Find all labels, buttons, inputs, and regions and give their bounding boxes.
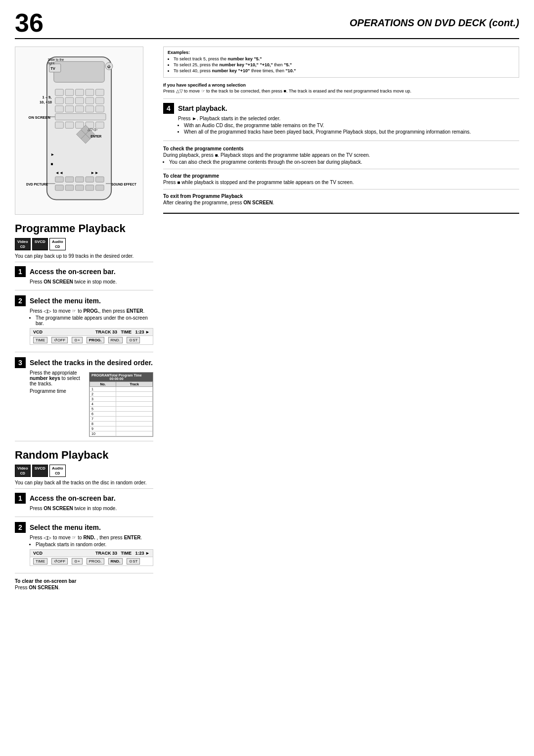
wrong-selection-title: If you have specified a wrong selection (163, 83, 519, 88)
prog-step-1-num: 1 (15, 266, 26, 277)
svg-rect-15 (55, 97, 64, 104)
prog-step-3-body: PROGRAM Total Program Time 00:00:00 No. … (15, 370, 153, 437)
prog-step-2-header: 2 Select the menu item. (15, 295, 153, 306)
rand-step-2-body: Press ◁▷ to move ☞ to RND. , then press … (15, 535, 153, 547)
programme-data-table: No. Track 1 2 3 4 5 6 7 (89, 381, 153, 436)
step-4-title: Start playback. (178, 104, 227, 112)
rand-badge-video-cd: Video CD (15, 465, 31, 477)
step-4-bullets: With an Audio CD disc, the programme tab… (178, 123, 519, 135)
svg-rect-23 (86, 106, 94, 112)
examples-title: Examples: (168, 50, 515, 55)
examples-list: To select track 5, press the number key … (168, 56, 515, 73)
badge-svcd: SVCD (32, 238, 48, 250)
rand-st-btn[interactable]: ⊙ST (127, 558, 140, 565)
time-btn[interactable]: TIME (33, 337, 47, 343)
rand-badge-svcd: SVCD (32, 465, 48, 477)
rand-step-2-header: 2 Select the menu item. (15, 522, 153, 533)
table-row: 7 (90, 416, 153, 421)
clear-programme: To clear the programme Press ■ while pla… (163, 173, 519, 185)
list-item: You can also check the programme content… (169, 159, 519, 165)
svg-rect-54 (65, 185, 74, 190)
page-number: 36 (15, 10, 44, 36)
prog-step-2-title: Select the menu item. (30, 297, 101, 305)
examples-box: Examples: To select track 5, press the n… (163, 47, 519, 78)
random-desc: You can play back all the tracks on the … (15, 480, 153, 489)
programme-badges: Video CD SVCD Audio CD (15, 238, 153, 250)
example-item: To select 40, press number key "+10" thr… (174, 68, 515, 73)
vcd-bar-rand: VCD TRACK 33 TIME 1:23 ► TIME ↺OFF ⊙+ PR… (30, 549, 153, 566)
svg-text:ON SCREEN: ON SCREEN (29, 115, 50, 120)
svg-text:Slide to the: Slide to the (48, 58, 64, 61)
svg-rect-13 (86, 89, 94, 95)
prog-step-1-title: Access the on-screen bar. (30, 268, 116, 276)
rand-repeat-btn[interactable]: ↺OFF (51, 558, 68, 565)
badge-video-cd: Video CD (15, 238, 31, 250)
vcd-bar-top: VCD TRACK 33 TIME 1:23 ► (30, 329, 153, 336)
prog-step-1-body: Press ON SCREEN twice in stop mode. (15, 279, 153, 284)
page-header: 36 OPERATIONS ON DVD DECK (cont.) (15, 10, 519, 39)
rand-time-btn[interactable]: TIME (33, 558, 47, 565)
random-playback-section: Random Playback Video CD SVCD Audio CD Y… (15, 449, 153, 590)
prog-btn[interactable]: PROG. (87, 337, 104, 343)
rand-ab-btn[interactable]: ⊙+ (72, 558, 83, 565)
svg-rect-56 (86, 185, 94, 190)
rand-prog-btn[interactable]: PROG. (87, 558, 104, 565)
remote-diagram: TV Slide to the right. ⏻ 1 – 9, 10, +10 (15, 47, 143, 215)
table-row: 1 (90, 386, 153, 391)
ab-btn[interactable]: ⊙+ (72, 337, 83, 343)
prog-step-1: 1 Access the on-screen bar. Press ON SCR… (15, 266, 153, 290)
rand-step-1: 1 Access the on-screen bar. Press ON SCR… (15, 493, 153, 517)
svg-rect-44 (55, 177, 64, 182)
prog-step-2-num: 2 (15, 295, 26, 306)
svg-rect-14 (96, 89, 104, 95)
svg-text:►: ► (50, 152, 54, 157)
svg-rect-55 (76, 185, 84, 190)
svg-rect-46 (76, 177, 84, 182)
divider-1 (163, 98, 519, 99)
check-programme-title: To check the programme contents (163, 146, 519, 151)
exit-programme-title: To exit from Programme Playback (163, 193, 519, 199)
svg-rect-10 (55, 89, 64, 95)
svg-text:1 – 9,: 1 – 9, (43, 95, 52, 99)
rand-step-1-num: 1 (15, 493, 26, 504)
divider-4 (163, 213, 519, 214)
programme-desc: You can play back up to 99 tracks in the… (15, 253, 153, 262)
table-row: 3 (90, 396, 153, 401)
svg-rect-27 (55, 114, 106, 120)
table-row: 4 (90, 401, 153, 406)
rnd-btn[interactable]: RND. (108, 337, 123, 343)
st-btn[interactable]: ⊙ST (127, 337, 140, 343)
list-item: When all of the programmed tracks have b… (184, 129, 519, 135)
svg-text:■: ■ (50, 161, 53, 166)
vcd-bar-bottom: TIME ↺OFF ⊙+ PROG. RND. ⊙ST (30, 336, 153, 344)
rand-step-2: 2 Select the menu item. Press ◁▷ to move… (15, 522, 153, 573)
svg-rect-1 (54, 61, 104, 82)
svg-text:△▽◁▷: △▽◁▷ (88, 127, 98, 132)
rand-step-2-num: 2 (15, 522, 26, 533)
table-row: 6 (90, 411, 153, 416)
svg-rect-19 (96, 97, 104, 104)
rand-rnd-btn[interactable]: RND. (108, 558, 123, 565)
svg-rect-17 (76, 97, 84, 104)
prog-step-2-body: Press ◁▷ to move ☞ to PROG., then press … (15, 308, 153, 326)
table-row: 5 (90, 406, 153, 411)
table-row: 10 (90, 431, 153, 436)
svg-rect-48 (96, 177, 104, 182)
svg-rect-29 (65, 122, 74, 128)
random-badges: Video CD SVCD Audio CD (15, 465, 153, 477)
divider-2 (163, 169, 519, 169)
example-item: To select track 5, press the number key … (174, 56, 515, 61)
random-playback-title: Random Playback (15, 449, 153, 462)
prog-step-3-title: Select the tracks in the desired order. (30, 359, 153, 367)
clear-bar-title: To clear the on-screen bar (15, 578, 153, 584)
svg-rect-57 (96, 185, 104, 190)
clear-programme-title: To clear the programme (163, 173, 519, 179)
step-4-body: Press ►. Playback starts in the selected… (163, 116, 519, 135)
repeat-btn[interactable]: ↺OFF (51, 337, 68, 343)
svg-rect-45 (65, 177, 74, 182)
svg-rect-47 (86, 177, 94, 182)
svg-text:⏻: ⏻ (107, 65, 111, 68)
programme-table: PROGRAM Total Program Time 00:00:00 No. … (89, 372, 153, 437)
step-4-start-playback: 4 Start playback. Press ►. Playback star… (163, 103, 519, 141)
svg-rect-18 (86, 97, 94, 104)
